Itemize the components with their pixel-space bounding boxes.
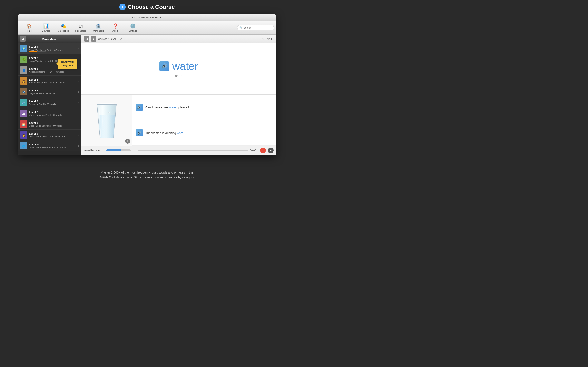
word-image — [91, 100, 122, 140]
level1-title: Level 1 — [29, 46, 77, 49]
level9-arrow-icon: › — [78, 133, 79, 137]
svg-text:👤: 👤 — [22, 69, 26, 72]
sidebar-item-level5[interactable]: ✈️ Level 5 Beginner Part I • 96 words › — [18, 86, 81, 97]
home-icon: 🏠 — [26, 24, 31, 29]
nav-courses[interactable]: 📊 Courses — [37, 22, 55, 34]
level8-info: Level 8 Upper Beginner Part II • 97 word… — [29, 121, 77, 127]
level8-thumb: 🌅 — [20, 120, 27, 128]
sentence-item-1: 🔊 Can I have some water, please? — [132, 95, 276, 120]
level10-arrow-icon: › — [78, 144, 79, 147]
sentence2-audio-button[interactable]: 🔊 — [136, 129, 143, 136]
nav-home-label: Home — [26, 30, 32, 32]
sidebar-item-level9[interactable]: 👩 Level 9 Lower Intermediate Part I • 98… — [18, 130, 81, 141]
nav-wordbank-label: Word Bank — [93, 30, 104, 32]
nav-courses-label: Courses — [42, 30, 50, 32]
level1-thumb: 🌍 — [20, 45, 27, 52]
waveform-right — [138, 150, 248, 151]
nav-flashcards[interactable]: 🗂 Flashcards — [72, 22, 89, 34]
svg-text:🏙: 🏙 — [22, 112, 25, 115]
level4-title: Level 4 — [29, 78, 77, 81]
expand-image-button[interactable]: + — [125, 139, 130, 143]
sidebar-item-level10[interactable]: 🌐 Level 10 Lower Intermediate Part II • … — [18, 141, 81, 151]
sentence1-speaker-icon: 🔊 — [137, 105, 141, 109]
sidebar-item-level6[interactable]: 🌊 Level 6 Beginner Part II • 99 words › — [18, 97, 81, 108]
card-counter: 42/46 — [267, 38, 273, 40]
search-box[interactable]: 🔍 — [237, 25, 274, 30]
voice-recorder: Voice Recorder 〰 00:00 ▶ — [81, 146, 276, 155]
level8-arrow-icon: › — [78, 123, 79, 126]
nav-categories[interactable]: 🎭 Categories — [55, 22, 72, 34]
speaker-icon: 🔊 — [162, 63, 167, 69]
level5-sub: Beginner Part I • 96 words — [29, 92, 77, 95]
bottom-section: + 🔊 Can I have some water, please? — [81, 95, 276, 146]
sidebar-item-level7[interactable]: 🏙 Level 7 Upper Beginner Part I • 90 wor… — [18, 108, 81, 119]
caption-line1: Master 2,000+ of the most frequently use… — [0, 170, 294, 175]
level9-thumb: 👩 — [20, 131, 27, 139]
level6-info: Level 6 Beginner Part II • 99 words — [29, 100, 77, 105]
nav-categories-label: Categories — [58, 30, 69, 32]
sidebar-item-level1[interactable]: 🌍 Level 1 Basic Vocabulary Part I • 87 w… — [18, 43, 81, 54]
svg-text:🌊: 🌊 — [22, 101, 25, 104]
sentence1-highlight: water — [169, 106, 177, 109]
level5-title: Level 5 — [29, 89, 77, 92]
categories-icon: 🎭 — [61, 24, 66, 29]
sentence-item-2: 🔊 The woman is drinking water. — [132, 120, 276, 146]
level5-arrow-icon: › — [78, 90, 79, 93]
level3-sub: Absolute Beginner Part I • 89 words — [29, 71, 77, 73]
nav-settings-label: Settings — [129, 30, 137, 32]
sentence2-highlight: water — [177, 131, 184, 134]
level9-sub: Lower Intermediate Part I • 98 words — [29, 135, 77, 138]
nav-wordbank[interactable]: 🏦 Word Bank — [89, 22, 107, 34]
tooltip-text: Track yourprogress — [61, 60, 74, 67]
favorite-button[interactable]: ☆ — [260, 36, 265, 42]
caption-line2: British English language. Study by level… — [0, 175, 294, 180]
nav-about-label: About — [112, 30, 118, 32]
playback-button[interactable]: ▶ — [268, 148, 274, 153]
svg-text:🌐: 🌐 — [22, 145, 25, 148]
word-pos: noun — [175, 74, 182, 78]
content-area: ◀ Main Menu 🌍 Level 1 Basic Vocabulary P… — [18, 35, 276, 155]
word-display: 🔊 water noun — [81, 43, 276, 95]
level3-arrow-icon: › — [78, 68, 79, 72]
level6-title: Level 6 — [29, 100, 77, 103]
search-input[interactable] — [243, 26, 272, 29]
courses-icon: 📊 — [43, 24, 49, 29]
step-badge: 1 — [119, 4, 126, 10]
sentence1-text: Can I have some water, please? — [145, 106, 189, 109]
about-icon: ❓ — [113, 24, 118, 29]
image-panel: + — [81, 95, 132, 146]
progress-tooltip: Track yourprogress — [58, 59, 77, 69]
word-audio-button[interactable]: 🔊 — [159, 61, 169, 71]
sentence1-audio-button[interactable]: 🔊 — [136, 104, 143, 111]
title-bar: Word Power British English — [18, 14, 276, 21]
svg-text:✈️: ✈️ — [22, 91, 25, 94]
svg-text:🌍: 🌍 — [22, 47, 26, 50]
sidebar-header: ◀ Main Menu — [18, 35, 81, 43]
level10-info: Level 10 Lower Intermediate Part II • 97… — [29, 143, 77, 149]
sidebar-item-level4[interactable]: 👧 Level 4 Absolute Beginner Part II • 82… — [18, 76, 81, 86]
next-card-button[interactable]: ▶ — [91, 36, 96, 42]
level7-sub: Upper Beginner Part I • 90 words — [29, 114, 77, 116]
wordbank-icon: 🏦 — [95, 24, 101, 29]
window-title: Word Power British English — [131, 16, 163, 19]
sidebar-back-button[interactable]: ◀ — [20, 36, 26, 42]
nav-settings[interactable]: ⚙️ Settings — [124, 22, 141, 34]
nav-flashcards-label: Flashcards — [75, 30, 86, 32]
level4-info: Level 4 Absolute Beginner Part II • 82 w… — [29, 78, 77, 84]
main-content: ◀ ▶ Courses > Level 1 > All ☆ 42/46 🔊 wa… — [81, 35, 276, 155]
level1-progress-bar — [29, 51, 45, 52]
sidebar-title: Main Menu — [27, 37, 72, 41]
level4-sub: Absolute Beginner Part II • 82 words — [29, 81, 77, 84]
nav-about[interactable]: ❓ About — [107, 22, 124, 34]
wave-icon: 〰 — [133, 149, 136, 152]
level6-thumb: 🌊 — [20, 99, 27, 106]
play-icon: ▶ — [270, 149, 272, 151]
level7-title: Level 7 — [29, 110, 77, 114]
svg-text:🌅: 🌅 — [22, 123, 25, 126]
sidebar-item-level8[interactable]: 🌅 Level 8 Upper Beginner Part II • 97 wo… — [18, 119, 81, 130]
level10-thumb: 🌐 — [20, 142, 27, 150]
record-button[interactable] — [260, 148, 266, 153]
next-arrow-icon: ▶ — [93, 38, 95, 40]
nav-home[interactable]: 🏠 Home — [20, 22, 37, 34]
prev-card-button[interactable]: ◀ — [84, 36, 89, 42]
